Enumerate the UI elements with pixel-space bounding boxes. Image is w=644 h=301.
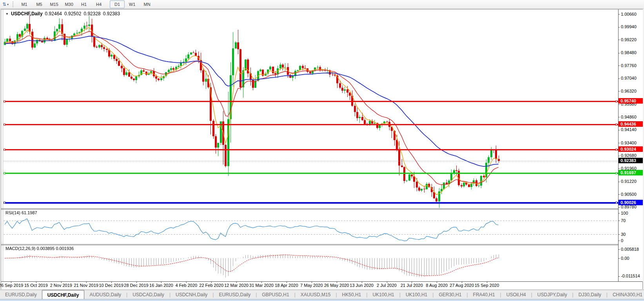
tab-uk100-h1[interactable]: UK100,H1 xyxy=(401,290,432,299)
tab-ger30-h1[interactable]: GER30,H1 xyxy=(434,290,466,299)
date-tick-label: 26 May 2020 xyxy=(324,283,349,288)
price-tick-label: 0.90500 xyxy=(621,192,637,197)
line-handle[interactable] xyxy=(4,100,5,102)
tab-dj30-daily[interactable]: DJ30,Daily xyxy=(573,290,606,299)
chevron-down-icon: ▾ xyxy=(7,3,9,6)
timeframe-m5[interactable]: M5 xyxy=(32,0,47,8)
timeframe-buttons: M1M5M15M30H1H4D1W1MN xyxy=(17,0,154,9)
date-tick-label: 13 Jun 2020 xyxy=(350,283,374,288)
price-tick-mark xyxy=(618,104,620,105)
tab-uk100-h1[interactable]: UK100,H1 xyxy=(367,290,399,299)
tab-hk50-h1[interactable]: HK50,H1 xyxy=(337,290,366,299)
date-tick-label: 27 Aug 2020 xyxy=(450,283,474,288)
price-badge-0.91697: 0.91697 xyxy=(619,170,643,175)
timeframe-group: D1W1MN xyxy=(110,0,154,8)
price-tick-mark xyxy=(618,182,620,182)
timeframe-d1[interactable]: D1 xyxy=(110,0,125,8)
collapse-triangle-icon: ▼ xyxy=(5,12,9,16)
price-tick-mark xyxy=(618,53,620,53)
date-axis[interactable]: 26 Sep 201915 Oct 20192 Nov 201921 Nov 2… xyxy=(1,282,642,289)
price-tick-mark xyxy=(618,168,620,169)
macd-tick-mark xyxy=(618,258,620,259)
date-tick-label: 10 Dec 2019 xyxy=(99,283,123,288)
hline-0.94436[interactable] xyxy=(4,124,618,125)
timeframe-h4[interactable]: H4 xyxy=(91,0,106,8)
date-tick-label: 12 Mar 2020 xyxy=(224,283,249,288)
line-handle[interactable] xyxy=(615,100,617,102)
rsi-canvas[interactable] xyxy=(4,209,618,244)
ohlc-open: 0.92464 xyxy=(45,11,62,16)
tab-china300-h1[interactable]: CHINA300,H1 xyxy=(608,290,644,299)
line-handle[interactable] xyxy=(615,172,617,174)
rsi-tick-mark xyxy=(618,241,620,241)
price-badge-0.94436: 0.94436 xyxy=(619,121,643,127)
panel-separator[interactable] xyxy=(1,245,642,245)
timeframe-h1[interactable]: H1 xyxy=(76,0,91,8)
line-handle[interactable] xyxy=(615,202,617,204)
hline-0.90026[interactable] xyxy=(4,202,618,204)
panel-separator[interactable] xyxy=(1,209,642,210)
tab-fra40-h1[interactable]: FRA40,H1 xyxy=(468,290,500,299)
tab-gbpusd-h1[interactable]: GBPUSD,H1 xyxy=(257,290,294,299)
panel-separator[interactable] xyxy=(1,208,642,209)
price-chart-canvas[interactable] xyxy=(4,10,618,208)
macd-label: MACD(12,26,9) 0.003895 0.001936 xyxy=(5,246,74,251)
tab-usdchf-daily[interactable]: USDCHF,Daily xyxy=(42,290,85,299)
tab-usoil-h4[interactable]: USOil,H4 xyxy=(501,290,531,299)
price-badge-0.90026: 0.90026 xyxy=(619,200,643,205)
toolbar-grip xyxy=(13,2,15,7)
line-handle[interactable] xyxy=(4,149,5,151)
timeframe-w1[interactable]: W1 xyxy=(125,0,140,8)
price-tick-mark xyxy=(618,156,620,156)
tab-usdcnh-daily[interactable]: USDCNH,Daily xyxy=(171,290,212,299)
timeframe-mn[interactable]: MN xyxy=(140,0,154,8)
hline-0.95740[interactable] xyxy=(4,101,618,102)
tab-eurusd-daily[interactable]: EURUSD,Daily xyxy=(0,290,42,299)
ohlc-close: 0.92383 xyxy=(103,11,120,16)
price-tick-label: 0.96320 xyxy=(621,89,637,93)
chart-type-dropdown[interactable]: ⇅ ▾ xyxy=(0,0,11,8)
chart-tabs: EURUSD,DailyUSDCHF,DailyAUDUSD,Daily|USD… xyxy=(0,290,644,299)
price-badge-0.95740: 0.95740 xyxy=(619,98,643,104)
line-handle[interactable] xyxy=(4,202,5,204)
line-handle[interactable] xyxy=(615,124,617,126)
timeframe-m1[interactable]: M1 xyxy=(17,0,32,8)
current-price-badge: 0.92383 xyxy=(619,158,643,163)
price-tick-mark xyxy=(618,207,620,208)
price-tick-label: 1.00660 xyxy=(621,12,637,16)
price-axis[interactable]: 1.006600.999400.992200.984800.977600.970… xyxy=(619,9,643,281)
hline-0.93024[interactable] xyxy=(4,149,618,150)
price-tick-label: 0.89780 xyxy=(621,204,637,209)
line-handle[interactable] xyxy=(4,124,5,126)
timeframe-m30[interactable]: M30 xyxy=(62,0,76,8)
macd-canvas[interactable] xyxy=(4,245,618,281)
date-tick-label: 8 Aug 2020 xyxy=(426,283,448,288)
rsi-tick-mark xyxy=(618,221,620,221)
rsi-label: RSI(14) 61.1987 xyxy=(5,210,37,215)
date-tick-label: 28 Dec 2019 xyxy=(124,283,148,288)
date-tick-label: 22 Feb 2020 xyxy=(199,283,223,288)
tab-usdcad-daily[interactable]: USDCAD,Daily xyxy=(127,290,169,299)
chart-title[interactable]: ▼ USDCHF,Daily 0.92464 0.92502 0.92328 0… xyxy=(5,11,120,16)
tab-eurusd-daily[interactable]: EURUSD,Daily xyxy=(214,290,256,299)
line-handle[interactable] xyxy=(4,172,5,174)
price-tick-label: 0.93400 xyxy=(621,140,637,145)
window-inner-edge xyxy=(3,9,3,281)
timeframe-m15[interactable]: M15 xyxy=(47,0,62,8)
tab-audusd-daily[interactable]: AUDUSD,Daily xyxy=(84,290,126,299)
date-tick-label: 2 Nov 2019 xyxy=(50,283,72,288)
price-tick-mark xyxy=(618,14,620,15)
ohlc-low: 0.92328 xyxy=(83,11,100,16)
tab-xauusd-m15[interactable]: XAUUSD,M15 xyxy=(296,290,336,299)
tab-usdjpy-daily[interactable]: USDJPY,Daily xyxy=(532,290,572,299)
current-price-line xyxy=(4,161,618,161)
hline-0.91697[interactable] xyxy=(4,173,618,174)
date-tick-label: 21 Jul 2020 xyxy=(401,283,423,288)
price-tick-mark xyxy=(618,91,620,91)
panel-separator[interactable] xyxy=(1,244,642,244)
price-tick-label: 0.94140 xyxy=(621,127,637,132)
price-tick-mark xyxy=(618,117,620,117)
line-handle[interactable] xyxy=(615,149,617,151)
date-tick-label: 7 May 2020 xyxy=(300,283,323,288)
status-strip xyxy=(0,299,644,301)
